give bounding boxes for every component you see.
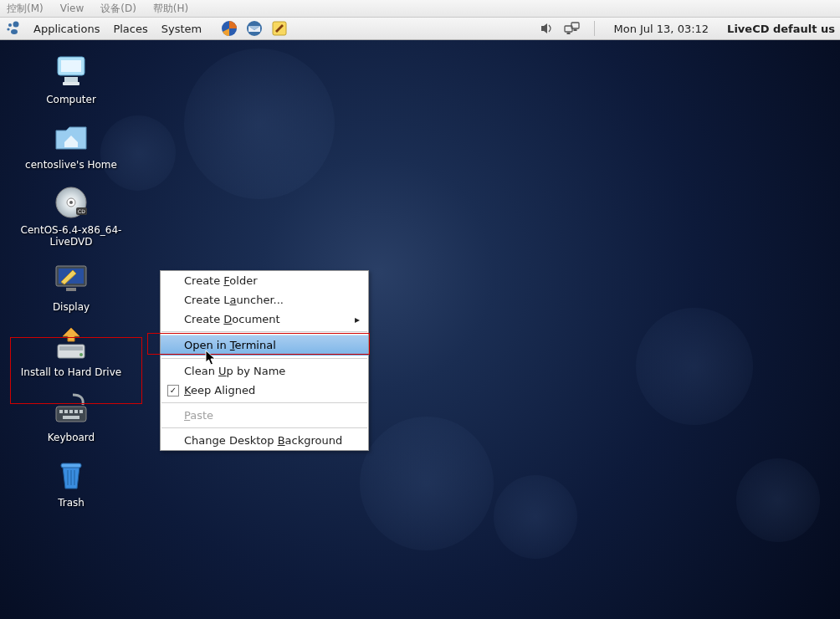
svg-rect-28 bbox=[64, 410, 68, 413]
menu-item-open-terminal[interactable]: Open in Terminal bbox=[161, 335, 368, 356]
svg-rect-24 bbox=[59, 346, 83, 350]
svg-point-17 bbox=[69, 201, 73, 204]
svg-rect-27 bbox=[59, 410, 63, 413]
install-to-hard-drive-icon bbox=[51, 325, 91, 365]
desktop-icon-label: Install to Hard Drive bbox=[8, 366, 134, 378]
desktop-icon-computer[interactable]: Computer bbox=[8, 49, 134, 114]
desktop-icon-label: centoslive's Home bbox=[8, 159, 134, 171]
desktop-icon-label: Computer bbox=[8, 94, 134, 105]
svg-rect-26 bbox=[56, 407, 86, 422]
vm-menu-view[interactable]: View bbox=[60, 3, 84, 14]
svg-rect-12 bbox=[61, 60, 81, 72]
svg-rect-14 bbox=[63, 82, 79, 85]
menu-item-change-background[interactable]: Change Desktop Background bbox=[161, 431, 368, 450]
desktop-icon-trash[interactable]: Trash bbox=[8, 452, 134, 517]
menu-item-create-document[interactable]: Create Document bbox=[161, 310, 368, 329]
text: p by Name bbox=[227, 365, 286, 377]
computer-icon bbox=[51, 52, 91, 92]
svg-rect-13 bbox=[64, 77, 78, 82]
keyboard-icon bbox=[51, 390, 91, 430]
vm-menu-control[interactable]: 控制(M) bbox=[7, 2, 44, 16]
text: eep Aligned bbox=[191, 384, 255, 396]
firefox-launcher-icon[interactable] bbox=[220, 19, 238, 38]
text: U bbox=[218, 365, 227, 377]
text: K bbox=[184, 384, 191, 396]
desktop-icon-keyboard[interactable]: Keyboard bbox=[8, 386, 134, 452]
desktop-icon-home[interactable]: centoslive's Home bbox=[8, 114, 134, 179]
text: Clean bbox=[184, 365, 218, 377]
desktop-icon-dvd[interactable]: CD CentOS-6.4-x86_64-LiveDVD bbox=[8, 179, 134, 256]
text: older bbox=[229, 274, 257, 287]
menu-item-paste: Paste bbox=[161, 406, 368, 425]
text: Create bbox=[184, 313, 223, 325]
text: aste bbox=[190, 409, 213, 422]
menu-separator bbox=[161, 331, 367, 332]
menu-separator bbox=[161, 427, 367, 428]
network-icon[interactable] bbox=[564, 20, 581, 37]
tray-divider bbox=[594, 21, 595, 36]
menu-item-keep-aligned[interactable]: ✓ Keep Aligned bbox=[161, 381, 368, 400]
text-editor-launcher-icon[interactable] bbox=[270, 19, 289, 38]
svg-point-25 bbox=[79, 353, 83, 356]
text: ocument bbox=[232, 313, 279, 325]
home-folder-icon bbox=[51, 117, 91, 157]
svg-rect-22 bbox=[66, 288, 76, 291]
clock[interactable]: Mon Jul 13, 03:12 bbox=[608, 23, 714, 35]
panel-left: Applications Places System bbox=[5, 19, 292, 38]
text: Open in bbox=[184, 339, 230, 351]
desktop-icon-label: Display bbox=[8, 301, 134, 313]
svg-point-0 bbox=[13, 22, 19, 28]
user-menu[interactable]: LiveCD default us bbox=[722, 23, 835, 35]
text: D bbox=[223, 313, 232, 325]
menu-separator bbox=[161, 358, 367, 359]
text: ackground bbox=[285, 434, 343, 447]
text: erminal bbox=[235, 339, 276, 351]
vm-menu-help[interactable]: 帮助(H) bbox=[153, 2, 188, 16]
svg-rect-9 bbox=[567, 33, 571, 34]
menu-applications[interactable]: Applications bbox=[27, 23, 106, 35]
svg-rect-31 bbox=[79, 410, 83, 413]
text: a bbox=[230, 294, 237, 306]
svg-rect-29 bbox=[69, 410, 73, 413]
desktop-context-menu: Create Folder Create Launcher... Create … bbox=[160, 270, 369, 451]
menu-places[interactable]: Places bbox=[106, 23, 154, 35]
optical-disc-icon: CD bbox=[51, 182, 91, 223]
svg-text:CD: CD bbox=[78, 208, 85, 214]
desktop-icon-label: Trash bbox=[8, 497, 134, 509]
top-panel: Applications Places System bbox=[0, 18, 840, 40]
menu-system[interactable]: System bbox=[155, 23, 208, 35]
volume-icon[interactable] bbox=[539, 20, 556, 37]
checkbox-checked-icon: ✓ bbox=[167, 385, 179, 396]
vm-host-menubar[interactable]: 控制(M) View 设备(D) 帮助(H) bbox=[0, 0, 840, 18]
text: Create bbox=[184, 274, 223, 287]
svg-rect-30 bbox=[74, 410, 78, 413]
vm-menu-devices[interactable]: 设备(D) bbox=[100, 2, 136, 16]
svg-rect-33 bbox=[61, 463, 81, 468]
svg-rect-32 bbox=[63, 416, 79, 419]
svg-point-2 bbox=[7, 28, 9, 30]
desktop[interactable]: Computer centoslive's Home bbox=[0, 40, 840, 619]
menu-item-clean-up[interactable]: Clean Up by Name bbox=[161, 361, 368, 381]
text: B bbox=[278, 434, 285, 447]
trash-icon bbox=[51, 455, 91, 495]
panel-right: Mon Jul 13, 03:12 LiveCD default us bbox=[539, 20, 835, 37]
desktop-icon-display[interactable]: Display bbox=[8, 256, 134, 321]
svg-point-3 bbox=[11, 29, 18, 34]
thunderbird-launcher-icon[interactable] bbox=[245, 19, 264, 38]
desktop-icon-label: Keyboard bbox=[8, 432, 134, 443]
text: Change Desktop bbox=[184, 434, 278, 447]
text: Create L bbox=[184, 294, 230, 306]
svg-rect-10 bbox=[574, 29, 577, 31]
desktop-icon-install[interactable]: Install to Hard Drive bbox=[8, 321, 134, 386]
desktop-icon-label: CentOS-6.4-x86_64-LiveDVD bbox=[8, 224, 134, 248]
menu-item-create-launcher[interactable]: Create Launcher... bbox=[161, 290, 368, 310]
desktop-icon-column: Computer centoslive's Home bbox=[0, 49, 142, 517]
gnome-foot-icon[interactable] bbox=[5, 20, 22, 37]
svg-point-1 bbox=[8, 23, 12, 27]
menu-separator bbox=[161, 402, 367, 403]
display-icon bbox=[51, 259, 91, 299]
menu-item-create-folder[interactable]: Create Folder bbox=[161, 271, 368, 290]
text: uncher... bbox=[237, 294, 284, 306]
